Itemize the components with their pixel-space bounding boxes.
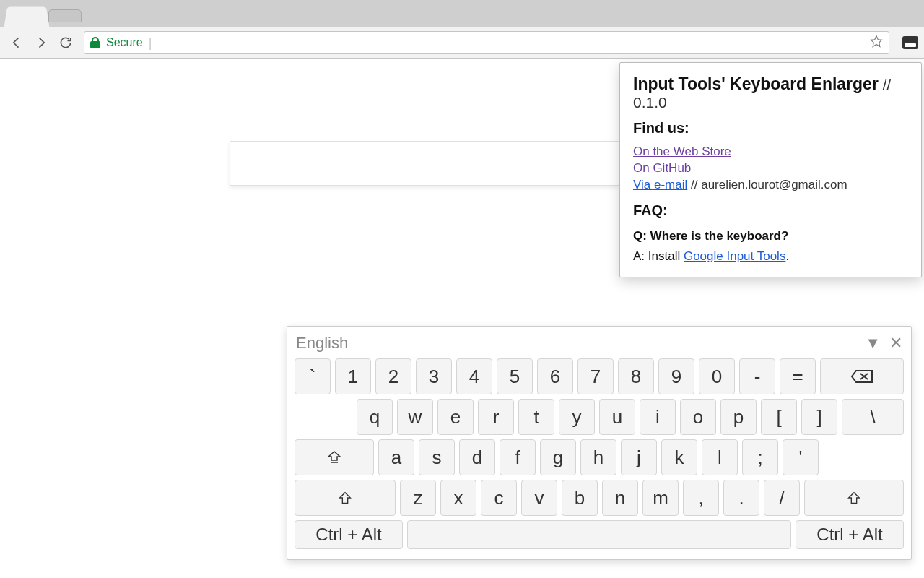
key-=[interactable]: = [780,358,816,394]
key-1[interactable]: 1 [335,358,371,394]
key-b[interactable]: b [562,480,598,516]
key-u[interactable]: u [599,399,635,435]
search-input[interactable] [230,141,619,186]
key-shift-right[interactable] [804,480,904,516]
key-5[interactable]: 5 [497,358,533,394]
key-space[interactable] [407,520,791,549]
key-i[interactable]: i [640,399,676,435]
key-ctrl-alt-left[interactable]: Ctrl + Alt [295,520,403,549]
key-g[interactable]: g [540,439,576,475]
key-p[interactable]: p [720,399,757,435]
virtual-keyboard: English ▼ ✕ `1234567890-= qwertyuiop[]\ … [287,326,912,560]
key-x[interactable]: x [440,480,476,516]
key-w[interactable]: w [397,399,433,435]
key-.[interactable]: . [723,480,759,516]
key-capslock[interactable] [295,439,374,475]
key-q[interactable]: q [357,399,393,435]
faq-heading: FAQ: [633,202,908,219]
key-c[interactable]: c [481,480,517,516]
popup-title: Input Tools' Keyboard Enlarger [633,74,879,93]
background-tab[interactable] [48,9,82,22]
key-,[interactable]: , [683,480,719,516]
key-][interactable]: ] [801,399,837,435]
key-t[interactable]: t [518,399,554,435]
key-backslash[interactable]: \ [842,399,904,435]
key-k[interactable]: k [661,439,697,475]
key-j[interactable]: j [621,439,657,475]
key-l[interactable]: l [702,439,738,475]
key-0[interactable]: 0 [699,358,735,394]
back-button[interactable] [6,32,27,53]
key-n[interactable]: n [602,480,638,516]
key-f[interactable]: f [500,439,536,475]
link-email[interactable]: Via e-mail [633,178,687,191]
address-bar[interactable]: Secure | [84,31,889,54]
key-z[interactable]: z [400,480,436,516]
key-2[interactable]: 2 [375,358,411,394]
link-google-input-tools[interactable]: Google Input Tools [684,249,785,263]
key-v[interactable]: v [521,480,557,516]
extension-icon[interactable] [902,36,918,49]
keyboard-close-icon[interactable]: ✕ [889,334,902,353]
key-/[interactable]: / [764,480,800,516]
key-h[interactable]: h [580,439,616,475]
faq-question: Q: Where is the keyboard? [633,229,908,243]
key-shift-left[interactable] [295,480,396,516]
key-y[interactable]: y [559,399,595,435]
keyboard-dropdown-icon[interactable]: ▼ [865,334,881,353]
key-8[interactable]: 8 [618,358,654,394]
keyboard-language-label[interactable]: English [296,334,348,353]
key-o[interactable]: o [680,399,716,435]
key-6[interactable]: 6 [537,358,573,394]
lock-icon [90,37,100,48]
bookmark-star-icon[interactable] [870,35,883,51]
key-d[interactable]: d [459,439,495,475]
omnibox-separator: | [149,36,152,49]
key-s[interactable]: s [419,439,455,475]
key-'[interactable]: ' [783,439,819,475]
key-m[interactable]: m [642,480,679,516]
links-block: On the Web Store On GitHub Via e-mail //… [633,144,908,194]
active-tab[interactable] [4,6,50,27]
key-`[interactable]: ` [295,358,331,394]
findus-heading: Find us: [633,120,908,137]
keyboard-gap [823,439,891,475]
forward-button[interactable] [30,32,52,53]
secure-label: Secure [106,36,143,49]
key-;[interactable]: ; [742,439,778,475]
window-titlebar [0,0,924,27]
svg-marker-0 [871,35,882,46]
key-4[interactable]: 4 [456,358,492,394]
keyboard-gap [295,399,352,435]
key-a[interactable]: a [378,439,414,475]
key-r[interactable]: r [478,399,514,435]
faq-answer: A: Install Google Input Tools. [633,249,908,264]
browser-toolbar: Secure | [0,27,924,59]
key-ctrl-alt-right[interactable]: Ctrl + Alt [796,520,904,549]
text-caret [245,154,245,173]
reload-button[interactable] [55,32,77,53]
email-address: // aurelien.lourot@gmail.com [687,178,847,191]
key-backspace[interactable] [820,358,904,394]
key-9[interactable]: 9 [658,358,694,394]
key-e[interactable]: e [437,399,474,435]
extension-popup: Input Tools' Keyboard Enlarger // 0.1.0 … [619,62,922,277]
link-github[interactable]: On GitHub [633,161,691,175]
key--[interactable]: - [739,358,775,394]
key-3[interactable]: 3 [416,358,452,394]
key-7[interactable]: 7 [578,358,614,394]
link-webstore[interactable]: On the Web Store [633,144,731,158]
key-[[interactable]: [ [761,399,797,435]
